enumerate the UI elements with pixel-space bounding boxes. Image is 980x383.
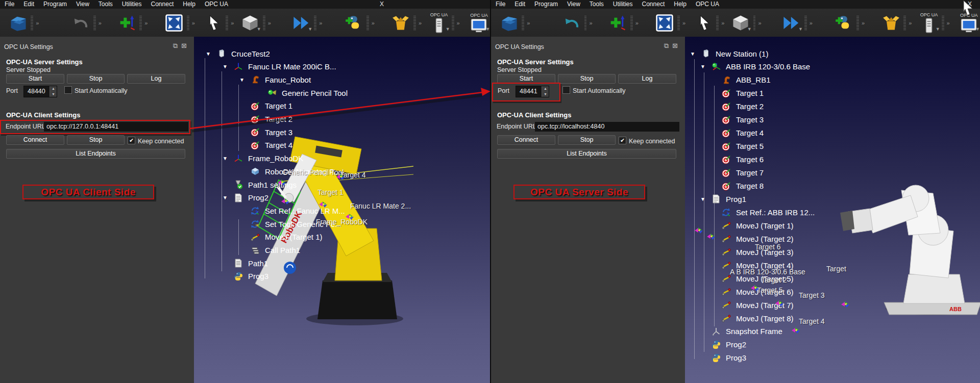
tree-item-path1[interactable]: Path1 xyxy=(218,258,268,269)
menu-program[interactable]: Program xyxy=(530,0,562,9)
run-program-button[interactable]: ▼ xyxy=(290,10,312,36)
menu-opc-ua[interactable]: OPC UA xyxy=(200,0,233,9)
tree-item-abb-rb1[interactable]: ABB_RB1 xyxy=(706,74,771,86)
close-icon[interactable]: X xyxy=(965,0,975,9)
open-library-button[interactable] xyxy=(880,10,902,36)
menu-program[interactable]: Program xyxy=(39,0,71,9)
chevron-down-icon[interactable]: ▼ xyxy=(257,27,261,32)
tree-item-generic-pencil-tool[interactable]: Generic Pencil Tool xyxy=(252,87,348,98)
toolbar-overflow-icon[interactable]: » xyxy=(231,20,234,26)
toolbar-grip[interactable] xyxy=(677,16,680,30)
server-log-button[interactable]: Log xyxy=(618,74,676,84)
tree-item-target-7[interactable]: Target 7 xyxy=(706,167,764,178)
toolbar-grip[interactable] xyxy=(630,16,633,30)
tree-item-movej-target-1[interactable]: MoveJ (Target 1) xyxy=(235,232,323,243)
opcua-client-button[interactable]: OPC UA▼ xyxy=(468,10,490,36)
toolbar-overflow-icon[interactable]: » xyxy=(527,20,530,26)
opcua-server-button[interactable]: OPC UA▼ xyxy=(918,10,940,36)
tree-item-target-1[interactable]: Target 1 xyxy=(706,88,764,99)
menu-help[interactable]: Help xyxy=(669,0,691,9)
run-program-button[interactable]: ▼ xyxy=(781,10,803,36)
client-stop-button[interactable]: Stop xyxy=(67,135,125,145)
server-stop-button[interactable]: Stop xyxy=(67,74,125,84)
endpoint-url-field[interactable]: opc.tcp://127.0.0.1:48441 xyxy=(44,122,188,132)
expand-arrow-icon[interactable]: ▼ xyxy=(696,196,709,202)
toolbar-overflow-icon[interactable]: » xyxy=(99,20,102,26)
toolbar-grip[interactable] xyxy=(753,16,756,30)
toolbar-overflow-icon[interactable]: » xyxy=(635,20,639,26)
open-button[interactable] xyxy=(7,10,29,36)
toolbar-overflow-icon[interactable]: » xyxy=(457,20,460,26)
toolbar-grip[interactable] xyxy=(413,16,416,30)
tree-item-target-3[interactable]: Target 3 xyxy=(235,126,292,138)
expand-arrow-icon[interactable]: ▼ xyxy=(696,64,709,69)
client-connect-button[interactable]: Connect xyxy=(6,135,64,145)
tree-item-target-8[interactable]: Target 8 xyxy=(706,181,764,192)
target-marker-icon[interactable] xyxy=(841,300,852,311)
tree-item-prog3[interactable]: Prog3 xyxy=(696,352,746,364)
toolbar-overflow-icon[interactable]: » xyxy=(372,20,375,26)
toolbar-grip[interactable] xyxy=(366,16,369,30)
toolbar-grip[interactable] xyxy=(139,16,142,30)
toolbar-grip[interactable] xyxy=(903,16,906,30)
menu-view[interactable]: View xyxy=(562,0,585,9)
open-button[interactable] xyxy=(498,10,520,36)
toolbar-overflow-icon[interactable]: » xyxy=(947,20,950,26)
chevron-down-icon[interactable]: ▼ xyxy=(975,27,980,32)
target-marker-icon[interactable] xyxy=(318,200,330,211)
tree-item-prog2[interactable]: Prog2 xyxy=(696,339,746,350)
tree-item-set-ref-abb-irb-12[interactable]: Set Ref.: ABB IRB 12... xyxy=(706,207,815,218)
toolbar-grip[interactable] xyxy=(226,16,228,30)
endpoint-url-field[interactable]: opc.tcp://localhost:4840 xyxy=(535,122,679,132)
toolbar-overflow-icon[interactable]: » xyxy=(589,20,592,26)
tree-item-target-2[interactable]: Target 2 xyxy=(706,101,764,112)
tree-item-frame-robodk[interactable]: ▼Frame_RoboDK xyxy=(218,153,303,164)
toolbar-grip[interactable] xyxy=(263,16,265,30)
expand-arrow-icon[interactable]: ▼ xyxy=(218,195,232,200)
open-library-button[interactable] xyxy=(390,10,412,36)
tree-item-movej-target-8[interactable]: MoveJ (Target 8) xyxy=(706,313,794,324)
float-panel-icon[interactable]: ⧉ xyxy=(173,42,178,49)
menu-edit[interactable]: Edit xyxy=(510,0,530,9)
toolbar-grip[interactable] xyxy=(93,16,96,30)
target-marker-icon[interactable] xyxy=(791,326,802,337)
menu-connect[interactable]: Connect xyxy=(146,0,179,9)
undo-button[interactable] xyxy=(69,10,91,36)
float-panel-icon[interactable]: ⧉ xyxy=(664,42,669,49)
tree-item-prog3[interactable]: Prog3 xyxy=(218,271,268,282)
toolbar-grip[interactable] xyxy=(522,16,524,30)
tree-item-call-path1[interactable]: Call Path1 xyxy=(235,245,300,256)
port-stepper[interactable]: 48440 ▲▼ xyxy=(23,86,57,97)
tree-item-movej-target-1[interactable]: MoveJ (Target 1) xyxy=(706,220,794,231)
tree-item-abb-irb-120-3-0-6-base[interactable]: ▼ABB IRB 120-3/0.6 Base xyxy=(696,61,810,72)
toolbar-overflow-icon[interactable]: » xyxy=(192,20,195,26)
list-endpoints-button[interactable]: List Endpoints xyxy=(497,149,676,159)
toolbar-grip[interactable] xyxy=(942,16,944,30)
list-endpoints-button[interactable]: List Endpoints xyxy=(6,149,185,159)
tree-item-snapshot-frame[interactable]: Snapshot Frame xyxy=(696,326,782,337)
tree-item-target-4[interactable]: Target 4 xyxy=(706,127,764,139)
tree-item-prog2[interactable]: ▼Prog2 xyxy=(218,192,268,203)
toolbar-overflow-icon[interactable]: » xyxy=(721,20,724,26)
expand-arrow-icon[interactable]: ▼ xyxy=(686,51,699,57)
spin-up-icon[interactable]: ▲ xyxy=(542,86,549,92)
toolbar-overflow-icon[interactable]: » xyxy=(682,20,685,26)
expand-arrow-icon[interactable]: ▼ xyxy=(202,51,215,57)
server-start-button[interactable]: Start xyxy=(6,74,64,84)
toolbar-grip[interactable] xyxy=(314,16,316,30)
toolbar-grip[interactable] xyxy=(187,16,189,30)
menu-view[interactable]: View xyxy=(71,0,94,9)
add-python-program-button[interactable] xyxy=(833,10,855,36)
tree-item-target-4[interactable]: Target 4 xyxy=(235,140,292,151)
tree-item-target-6[interactable]: Target 6 xyxy=(706,154,764,165)
close-panel-icon[interactable]: ⊠ xyxy=(181,42,187,49)
tree-item-new-station-1[interactable]: ▼New Station (1) xyxy=(686,48,768,59)
menu-tools[interactable]: Tools xyxy=(94,0,117,9)
menu-file[interactable]: File xyxy=(0,0,19,9)
expand-arrow-icon[interactable]: ▼ xyxy=(218,156,232,161)
toolbar-grip[interactable] xyxy=(804,16,807,30)
isometric-view-button[interactable]: ▼ xyxy=(729,10,751,36)
target-marker-icon[interactable] xyxy=(345,212,356,223)
expand-arrow-icon[interactable]: ▼ xyxy=(235,77,249,83)
tree-item-target-2[interactable]: Target 2 xyxy=(235,114,292,125)
